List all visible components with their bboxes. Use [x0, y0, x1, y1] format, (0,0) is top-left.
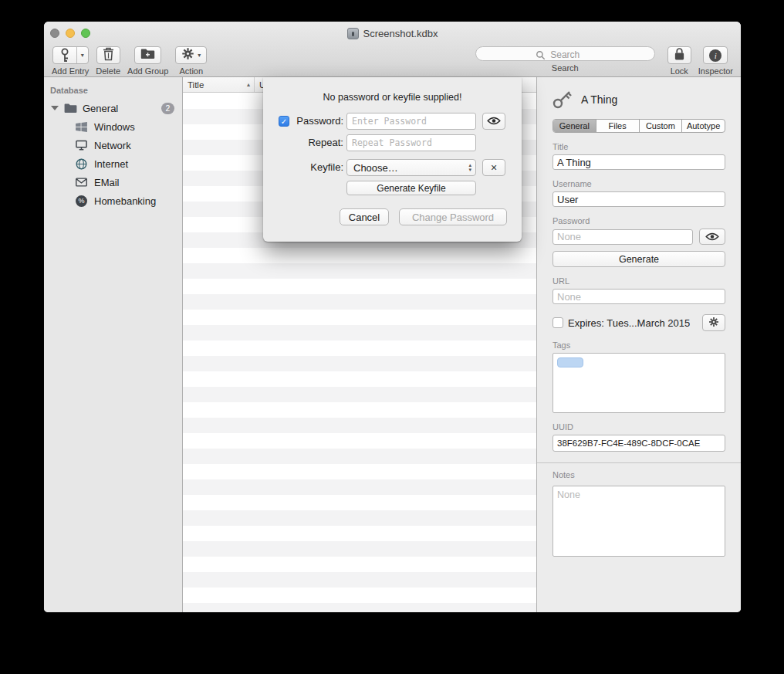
add-entry-item: ▾ Add Entry	[52, 46, 89, 76]
password-label: Password:	[291, 113, 343, 130]
inspector-panel: A Thing General Files Custom Autotype Ti…	[536, 77, 741, 612]
sidebar: Database General 2 Windows Network I	[44, 77, 183, 612]
minimize-button[interactable]	[66, 29, 75, 38]
tags-input[interactable]	[553, 353, 725, 413]
search-field	[475, 46, 655, 61]
tab-general[interactable]: General	[553, 120, 596, 132]
clear-keyfile-button[interactable]: ×	[482, 159, 505, 176]
tag-token[interactable]	[557, 357, 583, 367]
password-input[interactable]	[346, 113, 476, 130]
generate-keyfile-button[interactable]: Generate Keyfile	[346, 181, 476, 195]
column-header-title[interactable]: Title ▴	[183, 77, 255, 92]
lock-button[interactable]	[667, 46, 691, 64]
sidebar-item-homebanking[interactable]: % Homebanking	[44, 191, 182, 210]
expires-label: Expires: Tues...March 2015	[568, 317, 690, 329]
action-button[interactable]: ▾	[175, 46, 207, 64]
add-entry-button[interactable]: ▾	[52, 46, 89, 64]
cancel-button[interactable]: Cancel	[340, 208, 389, 225]
key-icon	[553, 86, 573, 113]
inspector-label: Inspector	[698, 66, 733, 76]
toolbar: ▾ Add Entry Delete	[44, 45, 741, 77]
show-password-button[interactable]	[482, 113, 505, 130]
sidebar-item-label: EMail	[94, 177, 120, 188]
keyfile-label: Keyfile:	[291, 159, 343, 176]
delete-button[interactable]	[96, 46, 120, 64]
expires-row: Expires: Tues...March 2015	[553, 314, 725, 331]
username-field-label: Username	[553, 179, 725, 188]
eye-icon	[487, 115, 501, 127]
add-group-button[interactable]	[134, 46, 161, 64]
tags-label: Tags	[553, 340, 725, 350]
close-x-icon: ×	[491, 161, 497, 174]
password-field-label: Password	[553, 216, 725, 225]
popup-stepper-icon: ▴ ▾	[468, 163, 471, 172]
keyfile-popup[interactable]: Choose… ▴ ▾	[346, 159, 476, 176]
delete-label: Delete	[96, 66, 120, 76]
password-field[interactable]	[553, 229, 693, 245]
sidebar-item-label: Homebanking	[94, 195, 156, 207]
gear-icon	[708, 317, 719, 330]
dialog-message: No password or keyfile supplied!	[263, 92, 522, 103]
sidebar-header-database: Database	[44, 77, 182, 99]
sidebar-item-windows[interactable]: Windows	[44, 117, 182, 136]
envelope-icon	[75, 178, 88, 187]
expires-checkbox[interactable]	[553, 317, 563, 328]
toolbar-right: Search Lock i Inspector	[475, 46, 733, 76]
chevron-down-icon[interactable]: ▾	[76, 47, 88, 63]
password-checkbox[interactable]: ✓	[279, 116, 289, 127]
show-password-button[interactable]	[699, 229, 725, 245]
lock-item: Lock	[667, 46, 691, 76]
checkmark-icon: ✓	[281, 117, 287, 126]
sort-ascending-icon: ▴	[247, 81, 250, 88]
inspector-item: i Inspector	[698, 46, 733, 76]
uuid-label: UUID	[553, 422, 725, 432]
traffic-lights	[50, 29, 90, 38]
repeat-password-input[interactable]	[346, 134, 476, 151]
username-field[interactable]	[553, 191, 725, 207]
tab-autotype[interactable]: Autotype	[682, 120, 725, 132]
title-field-label: Title	[553, 142, 725, 151]
search-input[interactable]	[476, 49, 654, 62]
eye-icon	[705, 230, 719, 244]
sidebar-item-label: Network	[94, 140, 131, 151]
url-field[interactable]	[553, 289, 725, 304]
key-icon	[53, 47, 76, 63]
chevron-down-icon: ▾	[198, 52, 201, 59]
tab-custom[interactable]: Custom	[640, 120, 683, 132]
sidebar-group-general[interactable]: General 2	[44, 99, 182, 117]
gear-icon	[181, 47, 194, 63]
delete-item: Delete	[96, 46, 120, 76]
lock-icon	[674, 47, 685, 64]
sidebar-group-label: General	[83, 103, 118, 114]
document-icon	[347, 28, 359, 39]
entry-title: A Thing	[581, 93, 617, 106]
expires-settings-button[interactable]	[702, 314, 725, 331]
close-button[interactable]	[50, 29, 59, 38]
info-icon: i	[709, 49, 721, 62]
window-title: Screenshot.kdbx	[363, 28, 438, 39]
uuid-field[interactable]	[553, 435, 725, 452]
repeat-label: Repeat:	[291, 134, 343, 151]
change-password-button[interactable]: Change Password	[399, 208, 507, 225]
generate-password-button[interactable]: Generate	[553, 251, 725, 267]
sidebar-item-network[interactable]: Network	[44, 136, 182, 154]
zoom-button[interactable]	[81, 29, 90, 38]
sidebar-item-label: Windows	[94, 121, 135, 133]
globe-icon	[75, 158, 88, 170]
tab-files[interactable]: Files	[596, 120, 640, 132]
disclosure-triangle-icon[interactable]	[51, 106, 59, 110]
sidebar-item-label: Internet	[94, 158, 128, 170]
app-window: Screenshot.kdbx ▾ Add Entry	[44, 22, 741, 612]
search-caption: Search	[552, 63, 579, 73]
add-entry-label: Add Entry	[52, 66, 89, 76]
sidebar-item-email[interactable]: EMail	[44, 173, 182, 191]
divider	[537, 462, 741, 463]
sidebar-item-internet[interactable]: Internet	[44, 154, 182, 173]
notes-field[interactable]	[553, 486, 725, 557]
titlebar: Screenshot.kdbx	[44, 22, 741, 45]
inspector-button[interactable]: i	[703, 46, 728, 64]
entry-count-badge: 2	[161, 103, 174, 114]
add-group-item: Add Group	[127, 46, 168, 76]
title-field[interactable]	[553, 154, 725, 170]
window-title-area: Screenshot.kdbx	[44, 22, 741, 45]
